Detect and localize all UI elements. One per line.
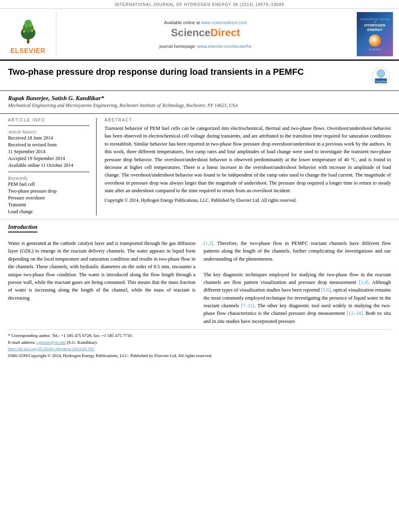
copyright-text: Copyright © 2014, Hydrogen Energy Public… bbox=[105, 197, 391, 203]
history-label: Article history: bbox=[8, 129, 90, 135]
accepted-date: Accepted 19 September 2014 bbox=[8, 156, 90, 162]
ref-1-2[interactable]: [1,2] bbox=[204, 240, 213, 246]
authors-affiliation: Mechanical Engineering and Microsystems … bbox=[8, 103, 391, 109]
email-link[interactable]: sgkeme@rit.edu bbox=[37, 340, 66, 345]
intro-columns: Water is generated at the cathode cataly… bbox=[8, 240, 391, 325]
ref-12-14[interactable]: [12–14] bbox=[347, 310, 363, 316]
abstract-column: ABSTRACT Transient behavior of PEM fuel … bbox=[105, 118, 391, 216]
issn-line: 0360-3199/Copyright © 2014, Hydrogen Ene… bbox=[8, 352, 391, 359]
introduction-title: Introduction bbox=[8, 224, 37, 232]
svg-point-7 bbox=[29, 25, 31, 27]
crossmark-icon: CrossMark bbox=[371, 66, 391, 86]
doi-link[interactable]: http://dx.doi.org/10.1016/j.ijhydene.201… bbox=[8, 346, 95, 351]
keywords-section: Keywords: PEM fuel cell Two-phase pressu… bbox=[8, 175, 90, 215]
corresponding-author: * Corresponding author. Tel.: +1 585 475… bbox=[8, 332, 391, 339]
intro-right-text: [1,2]. Therefore, the two-phase flow in … bbox=[204, 240, 391, 325]
ref-5-6[interactable]: [5,6] bbox=[321, 287, 331, 293]
ref-3-4[interactable]: [3,4] bbox=[359, 279, 368, 285]
crossmark: CrossMark bbox=[371, 66, 391, 86]
svg-point-9 bbox=[377, 70, 385, 78]
sciencedirect-link[interactable]: www.sciencedirect.com bbox=[201, 20, 247, 25]
journal-url[interactable]: www.elsevier.com/locate/he bbox=[197, 44, 252, 49]
revised-label: Received in revised form bbox=[8, 142, 90, 148]
doi-line: http://dx.doi.org/10.1016/j.ijhydene.201… bbox=[8, 345, 391, 352]
elsevier-logo: ELSEVIER bbox=[4, 12, 56, 56]
article-info-column: ARTICLE INFO Article history: Received 1… bbox=[8, 118, 97, 216]
available-text: Available online at www.sciencedirect.co… bbox=[164, 20, 247, 25]
sciencedirect-logo: ScienceDirect bbox=[171, 27, 240, 39]
elsevier-label: ELSEVIER bbox=[10, 47, 45, 55]
abstract-text: Transient behavior of PEM fuel cells can… bbox=[105, 125, 391, 195]
svg-point-5 bbox=[31, 29, 33, 32]
header-center: Available online at www.sciencedirect.co… bbox=[60, 12, 351, 56]
journal-cover-box: International Journal of HYDROGENENERGY … bbox=[357, 12, 393, 56]
article-info-heading: ARTICLE INFO bbox=[8, 118, 90, 122]
svg-point-6 bbox=[25, 26, 27, 28]
email-line: E-mail address: sgkeme@rit.edu (S.G. Kan… bbox=[8, 339, 391, 346]
article-title-section: Two-phase pressure drop response during … bbox=[0, 61, 399, 91]
keyword-5: Load change bbox=[8, 209, 90, 215]
keyword-2: Two-phase pressure drop bbox=[8, 188, 90, 194]
available-online: Available online 11 October 2014 bbox=[8, 162, 90, 168]
journal-cover: International Journal of HYDROGENENERGY … bbox=[355, 12, 395, 56]
keyword-4: Transient bbox=[8, 202, 90, 208]
journal-homepage: journal homepage: www.elsevier.com/locat… bbox=[159, 44, 251, 49]
authors-section: Rupak Banerjee, Satish G. Kandlikar* Mec… bbox=[0, 91, 399, 111]
keywords-heading: Keywords: bbox=[8, 175, 90, 181]
revised-date: 11 September 2014 bbox=[8, 149, 90, 155]
keyword-3: Pressure overshoot bbox=[8, 195, 90, 201]
intro-right-column: [1,2]. Therefore, the two-phase flow in … bbox=[204, 240, 391, 325]
ref-7-11[interactable]: [7–11] bbox=[241, 303, 254, 308]
footnote-section: * Corresponding author. Tel.: +1 585 475… bbox=[8, 329, 391, 359]
keyword-1: PEM fuel cell bbox=[8, 181, 90, 187]
journal-header: ELSEVIER Available online at www.science… bbox=[0, 9, 399, 61]
authors-names: Rupak Banerjee, Satish G. Kandlikar* bbox=[8, 95, 391, 102]
abstract-heading: ABSTRACT bbox=[105, 118, 391, 122]
journal-banner: INTERNATIONAL JOURNAL OF HYDROGEN ENERGY… bbox=[0, 0, 399, 9]
elsevier-tree-icon bbox=[10, 14, 46, 46]
svg-text:CrossMark: CrossMark bbox=[374, 80, 388, 83]
introduction-section: Introduction Water is generated at the c… bbox=[0, 220, 399, 363]
intro-left-column: Water is generated at the cathode cataly… bbox=[8, 240, 195, 325]
svg-point-4 bbox=[23, 30, 25, 33]
received-date: Received 18 June 2014 bbox=[8, 135, 90, 141]
article-info-abstract-section: ARTICLE INFO Article history: Received 1… bbox=[0, 113, 399, 220]
article-title: Two-phase pressure drop response during … bbox=[8, 66, 304, 78]
intro-left-text: Water is generated at the cathode cataly… bbox=[8, 240, 195, 302]
banner-text: INTERNATIONAL JOURNAL OF HYDROGEN ENERGY… bbox=[115, 2, 284, 7]
